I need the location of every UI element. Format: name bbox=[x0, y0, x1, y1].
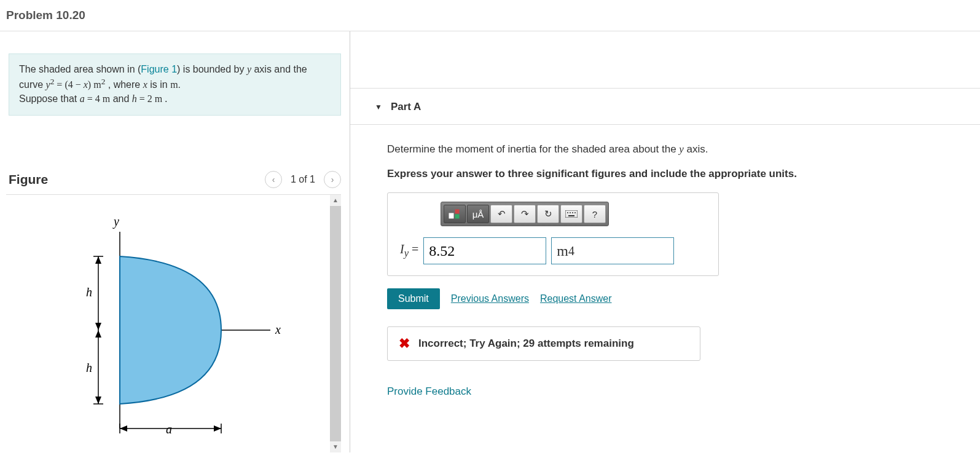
svg-point-22 bbox=[574, 212, 576, 213]
dim-label-h-top: h bbox=[86, 285, 92, 299]
svg-point-19 bbox=[567, 212, 568, 213]
scroll-up-icon[interactable]: ▲ bbox=[330, 195, 341, 206]
svg-marker-8 bbox=[95, 330, 101, 338]
right-panel: ▼ Part A Determine the moment of inertia… bbox=[350, 31, 980, 452]
part-instruction: Determine the moment of inertia for the … bbox=[387, 143, 955, 156]
prev-figure-button[interactable]: ‹ bbox=[265, 171, 282, 188]
unit-base: m bbox=[557, 243, 568, 259]
svg-rect-23 bbox=[568, 215, 574, 216]
axis-label-x: x bbox=[275, 323, 281, 336]
reset-button[interactable]: ↻ bbox=[537, 205, 559, 223]
label-eq: = bbox=[409, 242, 418, 256]
label-sub: y bbox=[404, 247, 409, 259]
part-body: Determine the moment of inertia for the … bbox=[350, 125, 980, 398]
var-x: x bbox=[143, 80, 147, 90]
svg-marker-14 bbox=[214, 425, 221, 432]
format-instruction: Express your answer to three significant… bbox=[387, 168, 955, 180]
figure-scrollbar[interactable]: ▲ ▼ bbox=[330, 195, 341, 452]
eq-lhs: y bbox=[46, 80, 50, 90]
keyboard-icon bbox=[565, 210, 578, 218]
problem-text: The shaded area shown in ( bbox=[19, 64, 141, 74]
eq-rhs2: ) m bbox=[88, 80, 101, 90]
problem-statement: The shaded area shown in (Figure 1) is b… bbox=[9, 53, 341, 116]
svg-rect-18 bbox=[565, 210, 578, 218]
label-I: I bbox=[400, 242, 404, 256]
svg-point-20 bbox=[570, 212, 571, 213]
dim-label-h-bottom: h bbox=[86, 361, 92, 374]
svg-marker-5 bbox=[95, 323, 101, 330]
eq-rhs: (4 − bbox=[65, 80, 83, 90]
var-y: y bbox=[247, 64, 251, 74]
instruction-suffix: axis. bbox=[684, 143, 708, 155]
incorrect-icon: ✖ bbox=[399, 336, 410, 352]
dim-label-a: a bbox=[166, 422, 172, 436]
figure-body: y x h h a ▲ bbox=[6, 194, 341, 452]
keyboard-button[interactable] bbox=[560, 205, 582, 223]
answer-line: Iy = m4 bbox=[400, 237, 706, 264]
svg-rect-16 bbox=[455, 210, 459, 213]
page-header: Problem 10.20 bbox=[0, 0, 980, 31]
axis-label-y: y bbox=[112, 215, 119, 229]
var-h: h bbox=[132, 93, 137, 104]
answer-box: μÅ ↶ ↷ ↻ ? Iy = m4 bbox=[387, 192, 719, 276]
equation-toolbar: μÅ ↶ ↷ ↻ ? bbox=[441, 202, 609, 226]
h-val: = 2 m . bbox=[137, 93, 167, 104]
part-header[interactable]: ▼ Part A bbox=[350, 88, 980, 125]
scroll-down-icon[interactable]: ▼ bbox=[330, 441, 341, 452]
figure-counter: 1 of 1 bbox=[288, 174, 318, 185]
collapse-caret-icon[interactable]: ▼ bbox=[375, 103, 382, 111]
value-input[interactable] bbox=[423, 237, 546, 264]
help-button[interactable]: ? bbox=[584, 205, 606, 223]
instruction-text: Determine the moment of inertia for the … bbox=[387, 143, 679, 155]
problem-text: . bbox=[178, 80, 181, 90]
eq-equals: = bbox=[54, 80, 65, 90]
submit-row: Submit Previous Answers Request Answer bbox=[387, 288, 955, 309]
unit-exp: 4 bbox=[568, 244, 574, 258]
symbols-tool-button[interactable]: μÅ bbox=[467, 205, 489, 223]
svg-point-21 bbox=[572, 212, 573, 213]
figure-link[interactable]: Figure 1 bbox=[141, 64, 177, 74]
next-figure-button[interactable]: › bbox=[324, 171, 341, 188]
left-panel: The shaded area shown in (Figure 1) is b… bbox=[0, 31, 350, 452]
a-val: = 4 m bbox=[85, 93, 110, 104]
part-title: Part A bbox=[391, 101, 421, 113]
page-title: Problem 10.20 bbox=[6, 9, 974, 22]
svg-marker-9 bbox=[95, 397, 101, 404]
main-container: The shaded area shown in (Figure 1) is b… bbox=[0, 31, 980, 452]
submit-button[interactable]: Submit bbox=[387, 288, 440, 309]
figure-header: Figure ‹ 1 of 1 › bbox=[0, 171, 350, 188]
problem-text: , where bbox=[105, 80, 143, 90]
problem-text: Suppose that bbox=[19, 93, 80, 104]
template-icon bbox=[449, 209, 461, 219]
feedback-box: ✖ Incorrect; Try Again; 29 attempts rema… bbox=[387, 326, 700, 361]
feedback-text: Incorrect; Try Again; 29 attempts remain… bbox=[418, 338, 634, 350]
svg-rect-17 bbox=[455, 215, 459, 218]
redo-button[interactable]: ↷ bbox=[514, 205, 536, 223]
svg-marker-4 bbox=[95, 256, 101, 264]
svg-marker-13 bbox=[120, 425, 127, 432]
previous-answers-link[interactable]: Previous Answers bbox=[451, 293, 529, 304]
answer-label: Iy = bbox=[400, 242, 418, 259]
provide-feedback-link[interactable]: Provide Feedback bbox=[387, 385, 955, 398]
eq-x: x bbox=[84, 80, 88, 90]
instruction-var: y bbox=[679, 143, 684, 155]
unit-m: m bbox=[170, 80, 178, 90]
problem-text: and bbox=[110, 93, 132, 104]
scroll-track[interactable] bbox=[330, 206, 341, 441]
figure-diagram: y x h h a bbox=[25, 207, 283, 452]
figure-title: Figure bbox=[9, 172, 48, 187]
request-answer-link[interactable]: Request Answer bbox=[540, 293, 612, 304]
var-a: a bbox=[80, 93, 85, 104]
problem-text: ) is bounded by bbox=[177, 64, 247, 74]
problem-text: is in bbox=[147, 80, 170, 90]
undo-button[interactable]: ↶ bbox=[490, 205, 512, 223]
template-tool-button[interactable] bbox=[444, 205, 466, 223]
unit-input[interactable]: m4 bbox=[551, 237, 674, 264]
svg-rect-15 bbox=[449, 213, 453, 218]
figure-nav: ‹ 1 of 1 › bbox=[265, 171, 341, 188]
